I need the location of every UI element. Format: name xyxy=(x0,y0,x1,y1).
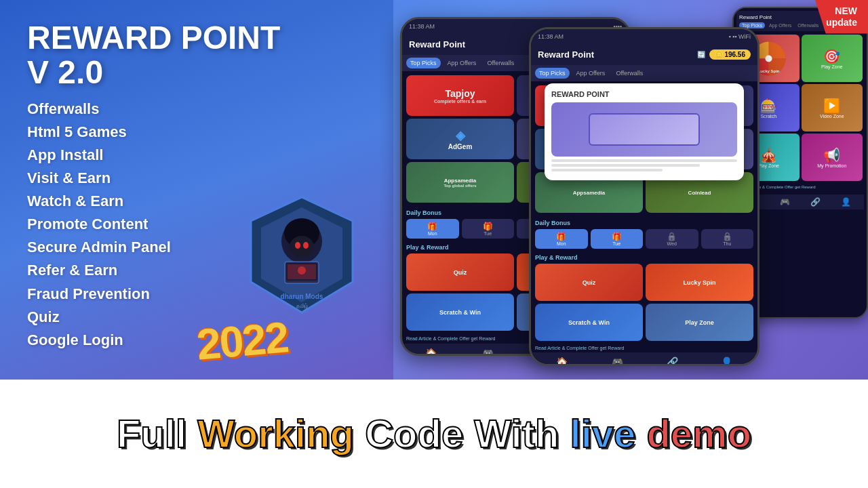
play-section-front: Play & Reward Quiz Lucky Spin Scratch & … xyxy=(531,251,757,344)
play-spin-front: Lucky Spin xyxy=(646,264,753,301)
mascot-area: dharun Mods தமிழ் xyxy=(244,194,359,325)
tabs-front: Top Picks App Offers Offerwalls xyxy=(531,65,757,81)
title-reward: REWARD POINT xyxy=(27,20,366,56)
svg-point-6 xyxy=(303,242,309,249)
word-working: Working xyxy=(197,411,354,455)
mascot-svg: dharun Mods தமிழ் xyxy=(244,194,359,323)
word-live: live xyxy=(570,411,636,455)
word-demo: demo xyxy=(646,411,751,455)
play-quiz-back: Quiz xyxy=(406,253,514,291)
svg-point-14 xyxy=(765,55,772,62)
feature-item: Visit & Earn xyxy=(27,167,366,190)
phone-front-app-header: Reward Point 🔄 🪙 196.56 xyxy=(531,44,757,65)
popup-title: REWARD POINT xyxy=(551,90,737,98)
offer-adgem: ◈ AdGem xyxy=(406,119,514,159)
popup-image xyxy=(551,102,737,157)
phone-front: 11:38 AM ▪ ▪▪ WiFi Reward Point 🔄 🪙 196.… xyxy=(529,27,760,366)
bottom-text: Full Working Code With live demo xyxy=(117,412,751,455)
svg-text:தமிழ்: தமிழ் xyxy=(296,303,308,310)
word-full: Full xyxy=(117,411,186,455)
play-quiz-front: Quiz xyxy=(535,264,643,301)
svg-point-10 xyxy=(298,266,306,274)
coins-front: 🪙 196.56 xyxy=(709,49,751,60)
svg-point-5 xyxy=(295,242,300,249)
feature-item: Html 5 Games xyxy=(27,121,366,144)
offer-tapjoy: Tapjoy Complete offers & earn xyxy=(406,75,514,116)
extra-card-4: ▶️ Video Zone xyxy=(802,84,863,131)
app-title-back: Reward Point xyxy=(409,39,465,49)
extra-card-2: 🎯 Play Zone xyxy=(802,35,863,82)
phone-front-header: 11:38 AM ▪ ▪▪ WiFi xyxy=(531,29,757,44)
bottom-nav-front: 🏠Home 🎮Games 🔗Invite 👤Profile xyxy=(531,352,757,364)
app-title-front: Reward Point xyxy=(538,49,594,60)
feature-item: App Install xyxy=(27,144,366,167)
extra-card-6: 📢 My Promotion xyxy=(802,134,863,181)
play-scratch-front: Scratch & Win xyxy=(535,304,643,341)
svg-point-4 xyxy=(290,236,314,258)
phone-front-screen: 11:38 AM ▪ ▪▪ WiFi Reward Point 🔄 🪙 196.… xyxy=(531,29,757,364)
feature-item: Offerwalls xyxy=(27,98,366,121)
top-section: REWARD POINT V 2.0 OfferwallsHtml 5 Game… xyxy=(0,0,868,380)
bottom-section: Full Working Code With live demo xyxy=(0,380,868,488)
title-block: REWARD POINT V 2.0 xyxy=(27,20,366,91)
title-version: V 2.0 xyxy=(27,54,366,91)
play-zone-front: Play Zone xyxy=(646,304,753,341)
word-with: With xyxy=(474,411,559,455)
right-panel: 11:38 AM ▪▪▪▪ Reward Point 🔄 🪙 196.56 To… xyxy=(380,0,868,380)
svg-text:dharun Mods: dharun Mods xyxy=(281,293,323,300)
svg-text:Lucky Spin: Lucky Spin xyxy=(757,69,779,73)
offer-appsamedia: Appsamedia Top global offers xyxy=(406,162,514,203)
daily-bonus-front: Daily Bonus 🎁Mon 🎁Tue 🔒Wed 🔒Thu xyxy=(531,217,757,251)
popup-overlay: REWARD POINT xyxy=(545,83,744,180)
play-scratch-back: Scratch & Win xyxy=(406,293,514,331)
word-code: Code xyxy=(365,411,463,455)
read-article-front: Read Article & Complete Offer get Reward xyxy=(531,344,757,352)
